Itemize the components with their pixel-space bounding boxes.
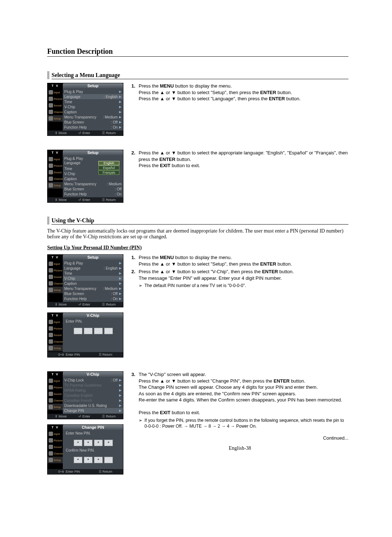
panel-bottombar: 0~9 Enter PIN ☰ Return xyxy=(48,469,123,474)
sidebar-item-picture[interactable]: Picture xyxy=(54,386,62,389)
row-caption[interactable]: Caption▶ xyxy=(63,109,123,114)
pin-digit-input[interactable]: . xyxy=(104,328,113,334)
row-functionhelp[interactable]: Function Help: On▶ xyxy=(63,125,123,130)
row-functionhelp[interactable]: Function Help: On▶ xyxy=(63,296,123,301)
row-vchip-lock[interactable]: V-Chip Lock: Off▶ xyxy=(63,377,123,383)
instruction-text: 2. Press the ▲ or ▼ button to select the… xyxy=(123,150,348,170)
row-plug-play[interactable]: Plug & Play▶ xyxy=(63,261,123,266)
menu-sidebar: Input Picture Sound Channel Setup xyxy=(48,155,63,197)
panel-title: V-Chip xyxy=(63,313,123,318)
sidebar-item-sound[interactable]: Sound xyxy=(54,334,62,336)
sidebar-item-channel[interactable]: Channel xyxy=(54,399,64,402)
step-text: The "V-Chip" screen will appear. Press t… xyxy=(139,371,348,416)
pin-digit-input[interactable]: * xyxy=(74,440,82,446)
sidebar-item-channel[interactable]: Channel xyxy=(54,282,64,285)
enter-pin-hint: Enter PIN. xyxy=(66,319,121,323)
row-plug-play[interactable]: Plug & Play xyxy=(64,157,122,161)
confirm-pin-hint: Confirm New PIN. xyxy=(66,448,121,452)
instruction-text: 1. Press the MENU button to display the … xyxy=(123,83,348,104)
lang-option-english[interactable]: English xyxy=(98,161,119,165)
row-caption[interactable]: Caption▶ xyxy=(63,281,123,286)
row-language[interactable]: Language: English▶ xyxy=(63,266,123,271)
pin-digit-input[interactable]: * xyxy=(94,457,103,463)
row-time[interactable]: Time▶ xyxy=(63,271,123,276)
sidebar-item-setup[interactable]: Setup xyxy=(54,184,61,187)
sidebar-item-picture[interactable]: Picture xyxy=(54,98,62,100)
pin-digit-input[interactable]: . xyxy=(84,328,93,334)
step-text: Press the MENU button to display the men… xyxy=(139,254,348,267)
row-transparency[interactable]: Menu Transparency xyxy=(64,182,107,186)
pin-digit-input[interactable]: . xyxy=(94,328,103,334)
sidebar-item-picture[interactable]: Picture xyxy=(54,165,62,167)
note-arrow-icon: ➢ xyxy=(139,417,144,429)
sidebar-item-input[interactable]: Input xyxy=(54,158,60,161)
row-bluescreen[interactable]: Blue Screen xyxy=(64,187,115,191)
panel-bottombar: ⇕ Move ⏎ Enter ☰ Return xyxy=(48,130,123,136)
sound-icon xyxy=(49,275,53,279)
menu-sidebar: Input Picture Sound Channel Setup xyxy=(48,318,63,352)
sidebar-item-input[interactable]: Input xyxy=(54,91,60,94)
input-icon xyxy=(49,320,53,324)
row-bluescreen[interactable]: Blue Screen: Off▶ xyxy=(63,120,123,125)
row-plug-play[interactable]: Plug & Play▶ xyxy=(63,89,123,94)
row-mpaa: MPAA Rating▶ xyxy=(63,388,123,393)
sidebar-item-sound[interactable]: Sound xyxy=(54,171,62,174)
row-language[interactable]: Language: English▶ xyxy=(63,94,123,99)
tv-label: T V xyxy=(48,255,63,260)
sidebar-item-channel[interactable]: Channel xyxy=(54,452,64,455)
sidebar-item-channel[interactable]: Channel xyxy=(54,178,64,180)
row-language-expanded[interactable]: Language xyxy=(64,161,92,165)
sidebar-item-setup[interactable]: Setup xyxy=(54,406,61,408)
sidebar-item-setup[interactable]: Setup xyxy=(54,459,61,461)
pin-digit-input[interactable]: * xyxy=(74,457,82,463)
row-time[interactable]: Time xyxy=(64,167,122,171)
sidebar-item-setup[interactable]: Setup xyxy=(54,347,61,350)
sidebar-item-input[interactable]: Input xyxy=(54,263,60,265)
pin-digit-input[interactable]: * xyxy=(84,457,93,463)
row-caption[interactable]: Caption xyxy=(64,177,122,181)
tv-label: T V xyxy=(48,372,63,377)
row-time[interactable]: Time▶ xyxy=(63,99,123,104)
sidebar-item-setup[interactable]: Setup xyxy=(54,289,61,291)
sidebar-item-sound[interactable]: Sound xyxy=(54,104,62,107)
sidebar-item-sound[interactable]: Sound xyxy=(54,446,62,448)
sidebar-item-picture[interactable]: Picture xyxy=(54,269,62,272)
chevron-right-icon: ▶ xyxy=(119,95,122,98)
menu-sidebar: Input Picture Sound Channel Setup xyxy=(48,430,63,469)
row-functionhelp[interactable]: Function Help xyxy=(64,192,115,196)
row-vchip[interactable]: V-Chip▶ xyxy=(63,104,123,109)
tv-label: T V xyxy=(48,425,63,430)
row-bluescreen[interactable]: Blue Screen: Off▶ xyxy=(63,291,123,296)
sidebar-item-input[interactable]: Input xyxy=(54,380,60,382)
row-downloadable-us[interactable]: Downloadable U.S. Rating▶ xyxy=(63,403,123,408)
row-vchip[interactable]: V-Chip▶ xyxy=(63,276,123,281)
section-block: T V Setup Input Picture Sound Channel Se… xyxy=(47,83,348,141)
sidebar-item-picture[interactable]: Picture xyxy=(54,327,62,330)
row-transparency[interactable]: Menu Transparency: Medium▶ xyxy=(63,114,123,120)
sidebar-item-input[interactable]: Input xyxy=(54,321,60,323)
sidebar-item-channel[interactable]: Channel xyxy=(54,340,64,343)
input-icon xyxy=(49,432,53,436)
row-vchip[interactable]: V-Chip xyxy=(64,172,122,176)
sidebar-item-sound[interactable]: Sound xyxy=(54,276,62,278)
new-pin-hint: Enter New PIN. xyxy=(66,431,121,435)
sidebar-item-sound[interactable]: Sound xyxy=(54,393,62,395)
pin-digit-input[interactable]: * xyxy=(104,440,113,446)
chevron-right-icon: ▶ xyxy=(119,120,122,124)
pin-digit-input[interactable]: . xyxy=(74,328,82,334)
pin-digit-input[interactable]: . xyxy=(104,457,113,463)
row-transparency[interactable]: Menu Transparency: Medium▶ xyxy=(63,286,123,291)
instruction-text: 1. Press the MENU button to display the … xyxy=(123,254,348,290)
note-line: ➢ The default PIN number of a new TV set… xyxy=(139,283,348,288)
pin-digit-input[interactable]: * xyxy=(94,440,103,446)
tv-menu-change-pin-panel: T V Change PIN Input Picture Sound Chann… xyxy=(47,424,123,475)
sidebar-item-picture[interactable]: Picture xyxy=(54,439,62,442)
picture-icon xyxy=(49,97,53,101)
sidebar-item-channel[interactable]: Channel xyxy=(54,111,64,113)
row-change-pin[interactable]: Change PIN▶ xyxy=(63,408,123,413)
chevron-right-icon: ▶ xyxy=(119,125,122,129)
pin-digit-input[interactable]: * xyxy=(84,440,93,446)
sidebar-item-input[interactable]: Input xyxy=(54,433,60,435)
section-heading: Using the V-Chip xyxy=(52,217,348,225)
sidebar-item-setup[interactable]: Setup xyxy=(54,117,61,120)
